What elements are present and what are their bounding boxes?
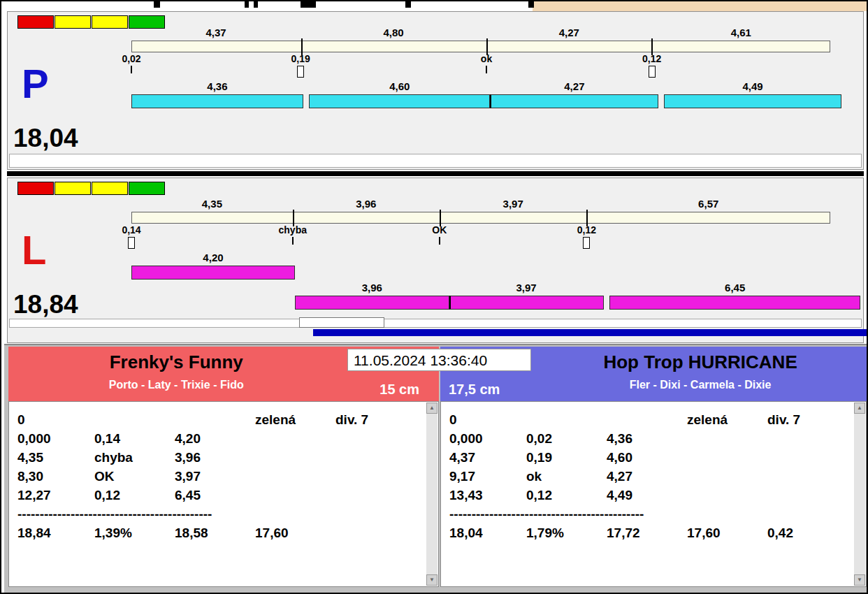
traffic-light xyxy=(92,15,128,29)
lane-divider xyxy=(7,171,864,176)
results-section: Frenky's Funny Porto - Laty - Trixie - F… xyxy=(4,344,867,593)
run-bar xyxy=(131,296,865,310)
separator-row: ----------------------------------------… xyxy=(449,505,848,523)
result-cell: 0,19 xyxy=(526,448,607,467)
result-cell: 18,84 xyxy=(17,523,94,542)
result-row: 4,35chyba3,96 xyxy=(17,448,420,467)
result-cell: 3,97 xyxy=(175,467,255,486)
timing-app-window: P 18,04 4,374,804,274,610,020,19ok0,124,… xyxy=(0,0,868,594)
result-cell: 4,49 xyxy=(607,486,687,505)
result-cell xyxy=(767,448,848,467)
run-time-label: 3,96 xyxy=(362,282,382,294)
run-time-labels: 4,20 xyxy=(131,252,865,266)
exchange-box xyxy=(128,237,135,249)
result-cell xyxy=(335,486,420,505)
result-cell: 17,72 xyxy=(607,523,687,542)
result-cell xyxy=(335,429,420,448)
result-cell: 12,27 xyxy=(17,486,94,505)
scroll-up-icon[interactable]: ▲ xyxy=(854,403,865,414)
result-cell xyxy=(255,448,335,467)
traffic-light xyxy=(17,182,54,195)
result-cell: 4,60 xyxy=(607,448,687,467)
exchange-markers: 0,14chybaOK0,12 xyxy=(131,224,830,252)
split-time-label: 3,97 xyxy=(503,198,523,210)
result-row: 8,30OK3,97 xyxy=(17,467,420,486)
lane-panel-l: L 18,84 4,353,963,976,570,14chybaOK0,124… xyxy=(7,178,864,343)
window-debris-mark xyxy=(528,1,534,8)
split-time-label: 4,27 xyxy=(559,27,579,38)
traffic-light xyxy=(17,15,54,29)
result-cell: div. 7 xyxy=(767,410,848,429)
lane-letter-p: P xyxy=(22,64,49,104)
result-cell: 18,58 xyxy=(175,523,255,542)
marker-tick-icon xyxy=(131,66,132,73)
exchange-markers: 0,020,19ok0,12 xyxy=(131,52,830,80)
result-cell xyxy=(687,448,767,467)
exchange-box xyxy=(297,66,304,78)
result-cell: 9,17 xyxy=(449,467,526,486)
exchange-time-label: 0,19 xyxy=(291,53,310,64)
height-category-left: 15 cm xyxy=(379,382,419,398)
run-time-label: 4,60 xyxy=(389,80,410,92)
team-members-left: Porto - Laty - Trixie - Fido xyxy=(8,379,344,391)
result-cell: zelená xyxy=(255,410,335,429)
marker-tick-icon xyxy=(486,66,487,73)
entry-box xyxy=(299,317,384,328)
result-cell: 1,79% xyxy=(526,523,607,542)
result-cell xyxy=(335,467,420,486)
split-bar xyxy=(131,41,830,52)
result-rows-left: 0zelenádiv. 70,0000,144,204,35chyba3,968… xyxy=(9,402,438,542)
result-cell: ok xyxy=(526,467,607,486)
result-cell: 13,43 xyxy=(449,486,526,505)
run-time-label: 4,36 xyxy=(207,80,227,92)
window-debris-mark xyxy=(154,1,160,8)
result-cell xyxy=(255,486,335,505)
run-bar-segment xyxy=(609,296,860,310)
traffic-light xyxy=(55,15,91,29)
timestamp: 11.05.2024 13:36:40 xyxy=(347,349,531,371)
scrollbar-left[interactable]: ▲ ▼ xyxy=(426,403,437,586)
top-strip-fill xyxy=(533,1,867,11)
status-strip-l xyxy=(9,319,862,328)
split-bar xyxy=(131,212,830,224)
split-time-label: 4,35 xyxy=(202,198,222,210)
lane-total-p: 18,04 xyxy=(13,124,78,153)
result-row: 0,0000,024,36 xyxy=(449,429,848,448)
exchange-box xyxy=(583,237,590,249)
scroll-down-icon[interactable]: ▼ xyxy=(426,574,437,586)
result-row: 18,841,39%18,5817,60 xyxy=(17,523,420,542)
lane-panel-p: P 18,04 4,374,804,274,610,020,19ok0,124,… xyxy=(7,11,864,170)
run-bar-segment xyxy=(490,94,658,108)
timing-bars-p: 4,374,804,274,610,020,19ok0,124,364,604,… xyxy=(131,25,830,110)
team-members-right: Fler - Dixi - Carmela - Dixie xyxy=(534,379,867,391)
team-name-right: Hop Trop HURRICANE xyxy=(534,352,867,373)
run-time-labels: 3,963,976,45 xyxy=(131,282,865,296)
height-category-right: 17,5 cm xyxy=(449,382,500,398)
exchange-time-label: OK xyxy=(432,224,447,236)
result-cell: zelená xyxy=(687,410,767,429)
result-cell: chyba xyxy=(94,448,175,467)
result-row: 0zelenádiv. 7 xyxy=(17,410,420,429)
window-debris-mark xyxy=(254,1,258,8)
result-cell xyxy=(526,410,607,429)
scrollbar-right[interactable]: ▲ ▼ xyxy=(854,403,865,586)
result-cell: 4,35 xyxy=(17,448,94,467)
result-cell: 0,12 xyxy=(94,486,175,505)
run-time-label: 4,27 xyxy=(564,80,584,92)
result-cell: 0,000 xyxy=(17,429,94,448)
scroll-down-icon[interactable]: ▼ xyxy=(854,574,865,586)
result-cell xyxy=(175,410,255,429)
run-bar-segment xyxy=(131,266,295,280)
split-time-label: 4,61 xyxy=(731,27,751,38)
run-bar xyxy=(131,94,843,108)
exchange-time-label: chyba xyxy=(279,224,307,236)
result-cell: 0,12 xyxy=(526,486,607,505)
result-cell xyxy=(255,467,335,486)
result-cell xyxy=(687,467,767,486)
run-bar xyxy=(131,266,865,280)
run-bar-segment xyxy=(309,94,490,108)
result-cell: 0,14 xyxy=(94,429,175,448)
result-row: 12,270,126,45 xyxy=(17,486,420,505)
scroll-up-icon[interactable]: ▲ xyxy=(426,403,437,414)
lane-letter-l: L xyxy=(22,230,46,270)
